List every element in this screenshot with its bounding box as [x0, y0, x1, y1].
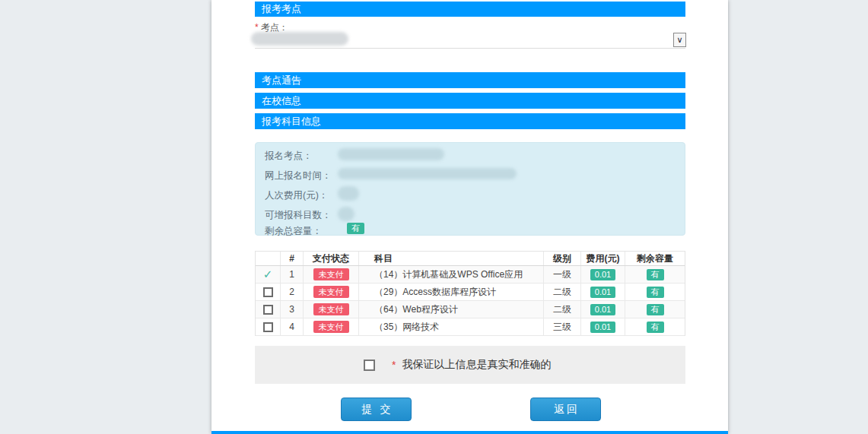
subject-name: （14）计算机基础及WPS Office应用: [359, 266, 544, 283]
redacted-value: [338, 168, 517, 179]
subject-name: （29）Access数据库程序设计: [359, 284, 544, 300]
info-row-time: 网上报名时间：: [265, 169, 332, 182]
section-header-school-info: 在校信息: [255, 93, 685, 109]
section-header-subject-info: 报考科目信息: [255, 113, 685, 129]
header-fee: 费用(元): [581, 252, 625, 265]
row-checkbox[interactable]: [263, 287, 273, 297]
fee-badge: 0.01: [590, 269, 615, 280]
header-pay-status: 支付状态: [304, 252, 359, 265]
row-checkbox[interactable]: [263, 305, 273, 315]
select-underline: [255, 48, 685, 49]
header-level: 级别: [544, 252, 581, 265]
exam-site-select[interactable]: ∨: [250, 30, 691, 49]
info-row-capacity: 剩余总容量：: [265, 225, 322, 237]
section-header-exam-site-label: 报考考点: [262, 3, 301, 14]
agreement-bar: * 我保证以上信息是真实和准确的: [255, 346, 685, 384]
registration-info-panel: 报名考点： 网上报名时间： 人次费用(元)： 可增报科目数： 剩余总容量： 有: [255, 142, 685, 236]
redacted-value: [338, 207, 355, 221]
fee-badge: 0.01: [590, 304, 615, 315]
footer-blue-strip: [211, 431, 728, 434]
section-header-exam-site: 报考考点: [255, 2, 685, 17]
info-row-addable-subjects: 可增报科目数：: [265, 209, 332, 221]
header-select: [256, 252, 281, 265]
fee-badge: 0.01: [590, 287, 615, 298]
subject-level: 三级: [544, 318, 581, 335]
header-capacity: 剩余容量: [625, 252, 685, 265]
pay-status-badge: 未支付: [313, 321, 349, 333]
redacted-site-value: [251, 32, 348, 46]
redacted-value: [338, 148, 444, 160]
redacted-value: [338, 186, 359, 201]
capacity-badge: 有: [647, 287, 664, 298]
fee-badge: 0.01: [590, 322, 615, 333]
selected-check-icon: ✓: [263, 268, 273, 281]
chevron-down-icon[interactable]: ∨: [673, 33, 686, 47]
subject-level: 二级: [544, 301, 581, 318]
info-row-fee: 人次费用(元)：: [265, 189, 328, 201]
table-row: 2 未支付 （29）Access数据库程序设计 二级 0.01 有: [256, 284, 685, 301]
table-header-row: # 支付状态 科目 级别 费用(元) 剩余容量: [256, 252, 685, 266]
capacity-badge: 有: [647, 304, 664, 315]
pay-status-badge: 未支付: [313, 268, 349, 280]
capacity-badge: 有: [647, 322, 664, 333]
header-index: #: [281, 252, 304, 265]
info-row-site: 报名考点：: [265, 150, 313, 162]
required-asterisk: *: [392, 359, 396, 371]
pay-status-badge: 未支付: [313, 286, 349, 298]
subjects-table: # 支付状态 科目 级别 费用(元) 剩余容量 ✓ 1 未支付 （14）计算机基…: [255, 251, 685, 336]
header-subject: 科目: [359, 252, 544, 265]
subject-level: 二级: [544, 284, 581, 300]
main-content-panel: 报考考点 *考点： ∨ 考点通告 在校信息 报考科目信息 报名考点： 网上报名时…: [211, 0, 728, 434]
table-row: ✓ 1 未支付 （14）计算机基础及WPS Office应用 一级 0.01 有: [256, 266, 685, 284]
table-row: 4 未支付 （35）网络技术 三级 0.01 有: [256, 318, 685, 336]
agreement-text: 我保证以上信息是真实和准确的: [402, 358, 551, 372]
submit-button[interactable]: 提 交: [341, 398, 412, 421]
section-header-site-notice: 考点通告: [255, 72, 685, 88]
row-index: 3: [281, 301, 304, 318]
row-index: 1: [281, 266, 304, 283]
pay-status-badge: 未支付: [313, 303, 349, 315]
row-checkbox[interactable]: [263, 322, 273, 332]
back-button[interactable]: 返回: [530, 398, 601, 421]
agreement-checkbox[interactable]: [364, 360, 375, 371]
subject-name: （35）网络技术: [359, 318, 544, 335]
table-row: 3 未支付 （64）Web程序设计 二级 0.01 有: [256, 301, 685, 318]
capacity-badge: 有: [347, 223, 364, 234]
subject-level: 一级: [544, 266, 581, 283]
row-index: 2: [281, 284, 304, 300]
subject-name: （64）Web程序设计: [359, 301, 544, 318]
row-index: 4: [281, 318, 304, 335]
capacity-badge: 有: [647, 269, 664, 280]
